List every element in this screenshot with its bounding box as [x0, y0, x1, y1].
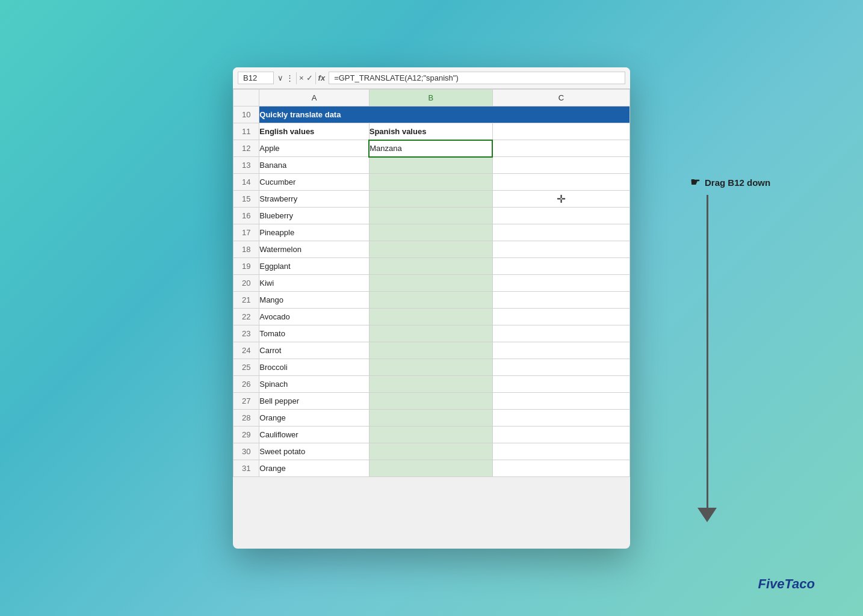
cell-c [492, 427, 629, 443]
cell-english[interactable]: Kiwi [259, 275, 369, 292]
cell-english[interactable]: Sweet potato [259, 443, 369, 460]
col-header-c[interactable]: C [492, 90, 629, 106]
separator2 [315, 72, 316, 84]
subheader-row: 11 English values Spanish values [234, 123, 630, 140]
cell-spanish[interactable] [369, 342, 492, 359]
cell-spanish[interactable] [369, 191, 492, 208]
table-row: 17Pineapple [234, 224, 630, 241]
table-row: 30Sweet potato [234, 443, 630, 460]
arrow-line [707, 195, 708, 508]
table-row: 13Banana [234, 157, 630, 174]
cell-english[interactable]: Mango [259, 292, 369, 309]
cell-spanish[interactable] [369, 208, 492, 224]
cell-c [492, 376, 629, 393]
table-row: 19Eggplant [234, 258, 630, 275]
cell-c [492, 410, 629, 427]
table-row: 22Avocado [234, 309, 630, 325]
row-num-31: 31 [234, 460, 259, 477]
cell-english[interactable]: Orange [259, 410, 369, 427]
cell-spanish[interactable] [369, 292, 492, 309]
row-num-16: 16 [234, 208, 259, 224]
row-num-27: 27 [234, 393, 259, 410]
crosshair-icon: ✛ [557, 192, 566, 206]
cell-c [492, 309, 629, 325]
table-row: 24Carrot [234, 342, 630, 359]
cell-spanish[interactable] [369, 275, 492, 292]
cross-icon[interactable]: × [299, 73, 304, 82]
col-header-b[interactable]: B [369, 90, 492, 106]
cell-english[interactable]: Spinach [259, 376, 369, 393]
cell-english[interactable]: Avocado [259, 309, 369, 325]
cell-spanish[interactable] [369, 157, 492, 174]
cell-english[interactable]: Apple [259, 140, 369, 157]
row-num-10: 10 [234, 106, 259, 123]
table-row: 18Watermelon [234, 241, 630, 258]
cell-spanish[interactable] [369, 174, 492, 191]
cell-spanish[interactable] [369, 224, 492, 241]
table-row: 21Mango [234, 292, 630, 309]
cell-english[interactable]: Cauliflower [259, 427, 369, 443]
table-row: 31Orange [234, 460, 630, 477]
cell-spanish[interactable] [369, 443, 492, 460]
cell-english[interactable]: Pineapple [259, 224, 369, 241]
merged-header-row: 10 Quickly translate data [234, 106, 630, 123]
cell-c [492, 258, 629, 275]
cell-english[interactable]: Cucumber [259, 174, 369, 191]
cell-spanish[interactable] [369, 393, 492, 410]
table-row: 15Strawberry✛ [234, 191, 630, 208]
formula-input[interactable]: =GPT_TRANSLATE(A12;"spanish") [329, 72, 625, 84]
table-row: 14Cucumber [234, 174, 630, 191]
cell-c [492, 224, 629, 241]
table-row: 26Spinach [234, 376, 630, 393]
col-header-a[interactable]: A [259, 90, 369, 106]
formula-bar: B12 ∨ ⋮ × ✓ fx =GPT_TRANSLATE(A12;"spani… [233, 67, 630, 89]
cell-english[interactable]: Strawberry [259, 191, 369, 208]
cell-english[interactable]: Eggplant [259, 258, 369, 275]
fx-icon: fx [318, 73, 326, 82]
spreadsheet-grid: A B C 10 Quickly translate data 11 Engli… [233, 89, 630, 477]
cell-c [492, 393, 629, 410]
table-row: 16Blueberry [234, 208, 630, 224]
row-num-13: 13 [234, 157, 259, 174]
cell-english[interactable]: Watermelon [259, 241, 369, 258]
check-icon[interactable]: ✓ [306, 73, 313, 82]
cell-c [492, 157, 629, 174]
cell-english[interactable]: Bell pepper [259, 393, 369, 410]
cell-spanish[interactable]: Manzana [369, 140, 492, 157]
cell-spanish[interactable] [369, 258, 492, 275]
cell-english[interactable]: Orange [259, 460, 369, 477]
row-num-26: 26 [234, 376, 259, 393]
cell-reference[interactable]: B12 [238, 72, 274, 84]
cell-spanish[interactable] [369, 427, 492, 443]
cell-spanish[interactable] [369, 460, 492, 477]
cell-english[interactable]: Tomato [259, 325, 369, 342]
cell-english[interactable]: Banana [259, 157, 369, 174]
cell-english[interactable]: Carrot [259, 342, 369, 359]
table-row: 27Bell pepper [234, 393, 630, 410]
cell-spanish[interactable] [369, 359, 492, 376]
cell-english[interactable]: Broccoli [259, 359, 369, 376]
cell-spanish[interactable] [369, 376, 492, 393]
cell-spanish[interactable] [369, 309, 492, 325]
row-num-20: 20 [234, 275, 259, 292]
cell-spanish[interactable] [369, 410, 492, 427]
subheader-spanish: Spanish values [369, 123, 492, 140]
row-num-11: 11 [234, 123, 259, 140]
cell-c [492, 174, 629, 191]
column-headers-row: A B C [234, 90, 630, 106]
cell-spanish[interactable] [369, 325, 492, 342]
row-num-21: 21 [234, 292, 259, 309]
cell-c [492, 359, 629, 376]
row-num-19: 19 [234, 258, 259, 275]
options-icon: ⋮ [286, 73, 294, 82]
row-num-22: 22 [234, 309, 259, 325]
cell-c [492, 241, 629, 258]
cell-english[interactable]: Blueberry [259, 208, 369, 224]
drag-annotation: ☛ Drag B12 down [690, 176, 770, 522]
cell-c [492, 292, 629, 309]
row-num-12: 12 [234, 140, 259, 157]
cell-c [492, 342, 629, 359]
table-row: 20Kiwi [234, 275, 630, 292]
row-num-15: 15 [234, 191, 259, 208]
cell-spanish[interactable] [369, 241, 492, 258]
